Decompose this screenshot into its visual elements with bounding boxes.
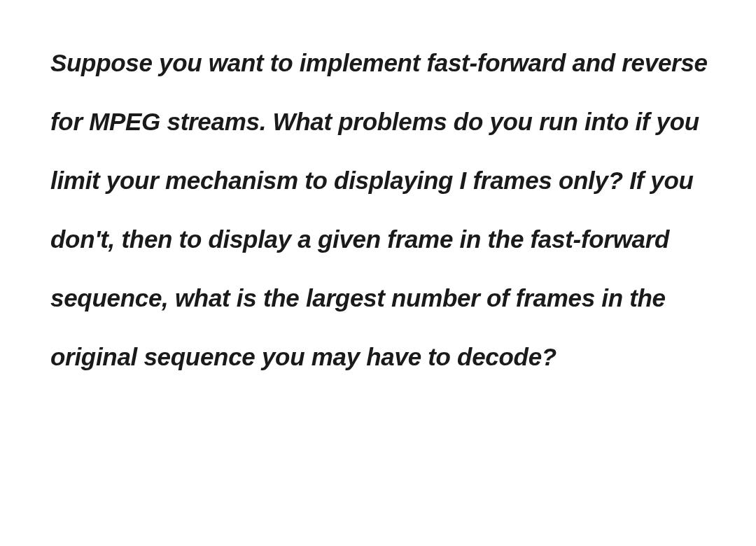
question-paragraph: Suppose you want to implement fast-forwa… <box>50 34 714 386</box>
